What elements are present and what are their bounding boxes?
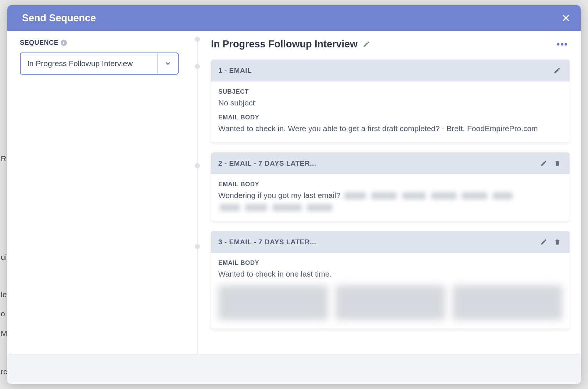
redacted-text <box>492 192 513 199</box>
subject-label: SUBJECT <box>218 88 562 96</box>
edit-step-button[interactable] <box>539 237 549 247</box>
body-label: EMAIL BODY <box>218 181 562 188</box>
step-card-3: 3 - EMAIL - 7 DAYS LATER... EMAIL BODY W… <box>211 231 570 328</box>
modal-footer <box>7 354 581 384</box>
pencil-icon <box>540 238 547 245</box>
pencil-icon <box>363 40 370 48</box>
edit-step-button[interactable] <box>539 158 549 168</box>
pencil-icon <box>540 160 547 167</box>
subject-text: No subject <box>218 97 562 109</box>
redacted-blocks <box>218 285 562 320</box>
redacted-block <box>218 285 328 320</box>
more-options-button[interactable]: ••• <box>555 37 570 51</box>
modal-title: Send Sequence <box>22 12 96 24</box>
step-label: 1 - EMAIL <box>218 66 252 75</box>
step-label: 3 - EMAIL - 7 DAYS LATER... <box>218 238 316 246</box>
redacted-text <box>344 192 366 199</box>
edit-sequence-title-button[interactable] <box>361 39 372 49</box>
right-panel: In Progress Followup Interview ••• 1 - E… <box>191 31 581 354</box>
timeline-dot <box>195 37 200 42</box>
body-text: Wanted to check in one last time. <box>218 268 562 280</box>
redacted-text <box>220 204 240 211</box>
sequence-title: In Progress Followup Interview <box>211 39 358 50</box>
sequence-select-value: In Progress Followup Interview <box>21 59 157 68</box>
redacted-text <box>272 204 302 211</box>
left-panel: SEQUENCE i In Progress Followup Intervie… <box>7 31 191 354</box>
close-button[interactable] <box>559 11 573 25</box>
chevron-down-icon <box>157 53 178 74</box>
sequence-field-label: SEQUENCE i <box>20 39 179 47</box>
step-label: 2 - EMAIL - 7 DAYS LATER... <box>218 159 316 168</box>
body-text: Wanted to check in. Were you able to get… <box>218 123 562 134</box>
trash-icon <box>554 160 561 167</box>
redacted-text <box>431 192 457 199</box>
more-icon: ••• <box>557 39 568 49</box>
modal-body: SEQUENCE i In Progress Followup Intervie… <box>7 31 581 354</box>
body-label: EMAIL BODY <box>218 259 562 267</box>
pencil-icon <box>553 67 561 74</box>
timeline-dot <box>195 163 200 168</box>
step-card-2: 2 - EMAIL - 7 DAYS LATER... EMAIL BODY W… <box>211 152 570 221</box>
redacted-text <box>402 192 426 199</box>
sequence-select[interactable]: In Progress Followup Interview <box>20 53 179 75</box>
step-header: 1 - EMAIL <box>211 60 570 82</box>
step-body: SUBJECT No subject EMAIL BODY Wanted to … <box>211 82 570 142</box>
timeline-dot <box>195 64 200 69</box>
redacted-block <box>452 285 562 320</box>
redacted-text <box>371 192 397 199</box>
edit-step-button[interactable] <box>552 65 562 76</box>
delete-step-button[interactable] <box>552 237 562 247</box>
info-icon[interactable]: i <box>61 40 67 46</box>
body-text: Wondering if you got my last email? <box>218 190 562 213</box>
step-body: EMAIL BODY Wondering if you got my last … <box>211 174 570 221</box>
step-body: EMAIL BODY Wanted to check in one last t… <box>211 253 570 328</box>
sequence-label-text: SEQUENCE <box>20 39 58 47</box>
redacted-block <box>336 285 445 320</box>
body-label: EMAIL BODY <box>218 114 562 121</box>
trash-icon <box>554 238 561 245</box>
step-header: 3 - EMAIL - 7 DAYS LATER... <box>211 231 570 253</box>
sequence-header: In Progress Followup Interview ••• <box>211 37 570 51</box>
step-header: 2 - EMAIL - 7 DAYS LATER... <box>211 152 570 174</box>
body-prefix: Wondering if you got my last email? <box>218 191 343 199</box>
timeline-dot <box>195 244 200 249</box>
timeline-line <box>197 40 198 354</box>
step-card-1: 1 - EMAIL SUBJECT No subject EMAIL BODY … <box>211 60 570 142</box>
redacted-text <box>307 204 333 211</box>
send-sequence-modal: Send Sequence SEQUENCE i In Progress Fol… <box>7 5 581 384</box>
modal-header: Send Sequence <box>7 5 581 31</box>
redacted-text <box>462 192 487 199</box>
close-icon <box>562 14 570 22</box>
redacted-text <box>245 204 267 211</box>
delete-step-button[interactable] <box>552 158 562 168</box>
